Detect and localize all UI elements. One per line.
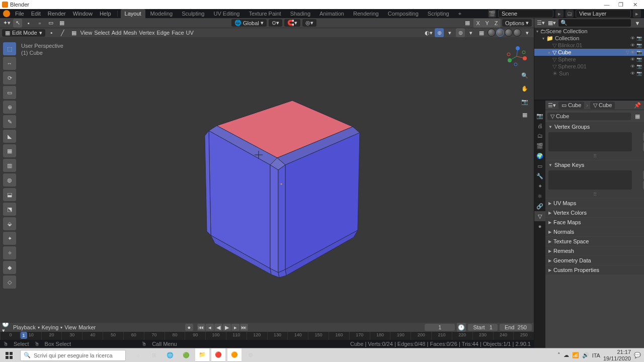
prop-tab-physics-icon[interactable]: ⚛: [534, 191, 545, 201]
prop-datablock-browse-icon[interactable]: ▦: [633, 112, 642, 121]
cube-mesh[interactable]: [156, 69, 378, 291]
prop-tab-mesh-icon[interactable]: ▽: [534, 211, 545, 221]
prop-tab-output-icon[interactable]: 🖨: [534, 121, 545, 131]
outliner-item[interactable]: ▸▽ Cube▽ 👁 📷: [534, 49, 644, 56]
tool-scale[interactable]: ⊕: [3, 101, 16, 114]
tool-spin[interactable]: ✧: [3, 246, 16, 259]
outliner-item[interactable]: ☀ Sun 👁 📷: [534, 70, 644, 77]
vp-menu-select[interactable]: Select: [94, 30, 110, 36]
tray-onedrive-icon[interactable]: ☁: [564, 352, 569, 358]
scene-new-icon[interactable]: ▸: [555, 10, 564, 18]
tool-extrude[interactable]: ▥: [3, 159, 16, 172]
mode-dropdown[interactable]: ▦Edit Mode▾: [2, 29, 45, 37]
tray-volume-icon[interactable]: 🔊: [582, 352, 589, 358]
tool-inset[interactable]: ◍: [3, 173, 16, 187]
edge-icon[interactable]: 🟢: [179, 348, 193, 363]
axis-x-icon[interactable]: X: [473, 19, 482, 28]
explorer-icon[interactable]: 📁: [195, 348, 209, 363]
viewlayer-name-input[interactable]: View Layer: [576, 10, 631, 18]
play-icon[interactable]: ▶: [223, 324, 231, 331]
timeline-editor-icon[interactable]: 🕐▾: [2, 323, 11, 332]
system-tray[interactable]: ˄ ☁ 📶 🔊 ITA 21:17 19/11/2020 💬: [557, 349, 644, 361]
taskbar-search-input[interactable]: 🔍 Scrivi qui per eseguire la ricerca: [20, 350, 126, 361]
vp-menu-add[interactable]: Add: [112, 30, 122, 36]
outliner-search-input[interactable]: 🔍: [558, 19, 631, 27]
viewlayer-icon[interactable]: 🗂: [566, 10, 574, 18]
orientation-dropdown[interactable]: 🌐Global▾: [231, 19, 267, 27]
keyframe-next-icon[interactable]: ▸: [231, 324, 239, 331]
menu-render[interactable]: Render: [45, 10, 69, 18]
outliner-root[interactable]: ▾🗀 Scene Collection: [534, 28, 644, 35]
app-icon-2[interactable]: ⚙: [244, 348, 258, 363]
tool-bevel[interactable]: ⬓: [3, 188, 16, 201]
vp-menu-face[interactable]: Face: [172, 30, 184, 36]
prop-tab-viewlayer-icon[interactable]: 🗂: [534, 131, 545, 141]
prop-tab-world-icon[interactable]: 🌍: [534, 151, 545, 161]
prop-tab-scene-icon[interactable]: 🎬: [534, 141, 545, 151]
vertex-select-icon[interactable]: ▪: [47, 28, 56, 37]
prop-tab-constraint-icon[interactable]: 🔗: [534, 201, 545, 211]
pivot-dropdown[interactable]: ⊙▾: [269, 19, 282, 27]
overlay-toggle-icon[interactable]: ⊚: [456, 28, 465, 37]
minimize-button[interactable]: —: [600, 2, 614, 8]
prop-tab-particle-icon[interactable]: ✦: [534, 181, 545, 191]
tool-smooth[interactable]: ◆: [3, 261, 16, 274]
outliner-editor-icon[interactable]: ☰▾: [536, 19, 545, 28]
tray-wifi-icon[interactable]: 📶: [572, 352, 579, 358]
viewlayer-new-icon[interactable]: ▸: [633, 10, 641, 18]
vp-menu-uv[interactable]: UV: [186, 30, 194, 36]
prop-section[interactable]: ▼Vertex Groups+−⠿: [545, 122, 644, 160]
tool-edge-slide[interactable]: ◇: [3, 276, 16, 289]
end-frame-input[interactable]: End 250: [500, 324, 532, 331]
tool-measure[interactable]: ▦: [3, 144, 16, 157]
perspective-toggle-icon[interactable]: ▦: [520, 110, 530, 120]
timeline-ruler[interactable]: 1 01020304050607080901001101201301401501…: [0, 332, 534, 340]
vp-menu-vertex[interactable]: Vertex: [139, 30, 154, 36]
axis-y-icon[interactable]: Y: [482, 19, 492, 28]
shading-solid-icon[interactable]: [496, 29, 504, 37]
prop-section[interactable]: ▶Remesh: [545, 246, 644, 255]
outliner-item[interactable]: ▽ Sphere 👁 📷: [534, 56, 644, 63]
blender-logo-icon[interactable]: [3, 10, 10, 17]
outliner-item[interactable]: ▾📁 Collection 👁 📷: [534, 35, 644, 42]
workspace-tab-uvediting[interactable]: UV Editing: [209, 9, 244, 18]
start-button[interactable]: [0, 348, 18, 363]
cursor-tool-icon[interactable]: ↖: [13, 19, 22, 28]
prop-pin-icon[interactable]: 📌: [633, 101, 642, 110]
outliner-filter-icon[interactable]: ▼: [633, 19, 642, 28]
scene-icon[interactable]: 🎬: [488, 10, 496, 18]
tool-polybuild[interactable]: ✦: [3, 232, 16, 245]
editor-type-icon[interactable]: ✦▾: [2, 19, 11, 28]
tool-cursor[interactable]: ↔: [3, 57, 16, 70]
shading-wireframe-icon[interactable]: [488, 29, 496, 37]
prop-tab-material-icon[interactable]: ●: [534, 221, 545, 231]
select-mode-2-icon[interactable]: ▫: [35, 19, 44, 28]
prop-crumb-object[interactable]: ▭ Cube: [558, 102, 584, 109]
play-reverse-icon[interactable]: ◀: [214, 324, 222, 331]
tool-select-box[interactable]: ⬚: [3, 42, 16, 55]
jump-end-icon[interactable]: ⏭: [240, 324, 248, 331]
workspace-tab-sculpting[interactable]: Sculpting: [178, 9, 208, 18]
filter-icon[interactable]: ◐▾: [424, 28, 433, 37]
vp-menu-edge[interactable]: Edge: [156, 30, 170, 36]
outliner-item[interactable]: ▽ Sphere.001 👁 📷: [534, 63, 644, 70]
axis-gizmo[interactable]: [506, 45, 528, 67]
face-select-icon[interactable]: ▦: [69, 28, 78, 37]
cortana-icon[interactable]: ○: [131, 348, 145, 363]
select-mode-3-icon[interactable]: ▭: [46, 19, 55, 28]
workspace-tab-add[interactable]: +: [454, 9, 465, 18]
menu-file[interactable]: File: [12, 10, 27, 18]
menu-window[interactable]: Window: [70, 10, 96, 18]
task-view-icon[interactable]: ⊞: [147, 348, 161, 363]
close-button[interactable]: ✕: [628, 2, 642, 8]
blender-taskbar-icon[interactable]: 🟠: [227, 348, 242, 363]
tray-chevron-icon[interactable]: ˄: [557, 352, 560, 358]
menu-edit[interactable]: Edit: [28, 10, 44, 18]
workspace-tab-texturepaint[interactable]: Texture Paint: [245, 9, 285, 18]
prop-section[interactable]: ▶Geometry Data: [545, 256, 644, 265]
prop-section[interactable]: ▶UV Maps: [545, 199, 644, 208]
edge-select-icon[interactable]: ╱: [58, 28, 67, 37]
options-dropdown[interactable]: Options▾: [502, 19, 532, 27]
shading-material-icon[interactable]: [505, 29, 513, 37]
workspace-tab-shading[interactable]: Shading: [286, 9, 314, 18]
